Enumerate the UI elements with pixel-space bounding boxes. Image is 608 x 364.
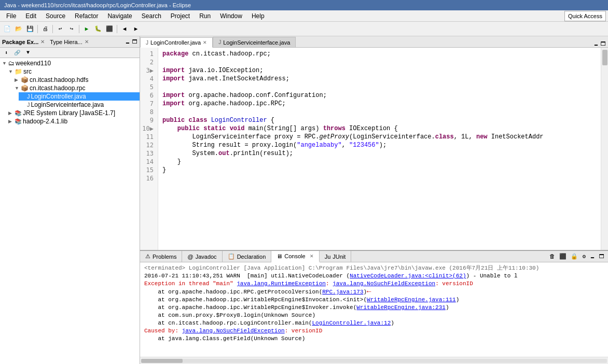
toolbar-redo[interactable]: ↪ [66, 24, 77, 34]
editor-scrollbar[interactable] [601, 48, 608, 250]
line-numbers: 1 2 3▶ 4 5 6 7 8 9 10▶ 11 12 13 14 15 16 [140, 48, 158, 250]
tab-declaration[interactable]: 📋 Declaration [223, 251, 272, 262]
tree-label-login-controller: LoginController.java [31, 93, 86, 100]
toolbar-debug[interactable]: 🐛 [93, 24, 103, 34]
menu-run[interactable]: Run [195, 11, 215, 21]
toolbar-sep1 [37, 25, 38, 33]
console-scrollbar-thumb[interactable] [141, 359, 183, 363]
link-writable-231[interactable]: WritableRpcEngine.java:231 [356, 304, 446, 311]
console-tab-close[interactable]: ✕ [310, 254, 314, 259]
tab-console[interactable]: 🖥 Console ✕ [271, 251, 319, 262]
tab-junit[interactable]: Ju JUnit [320, 251, 352, 262]
clear-console-btn[interactable]: 🗑 [548, 253, 557, 260]
toolbar-print[interactable]: 🖨 [40, 24, 50, 34]
ln2: 2 [140, 58, 156, 66]
bottom-minimize[interactable]: 🗕 [588, 253, 597, 260]
console-icon: 🖥 [277, 253, 282, 259]
code-line-10: public static void main(String[] args) t… [162, 124, 597, 133]
minimize-left[interactable]: 🗕 [125, 39, 130, 45]
src-icon: 📁 [15, 68, 22, 75]
type-hierarchy-close[interactable]: ✕ [85, 39, 89, 45]
java-interface-icon: J [27, 102, 30, 108]
menu-navigate[interactable]: Navigate [103, 11, 136, 21]
tab-javadoc[interactable]: @ Javadoc [182, 251, 222, 262]
toolbar-save[interactable]: 💾 [25, 24, 35, 34]
quick-access-box[interactable]: Quick Access [564, 11, 606, 21]
toolbar-run[interactable]: ▶ [81, 24, 92, 34]
javadoc-icon: @ [187, 254, 193, 260]
menu-search[interactable]: Search [137, 11, 165, 21]
expand-rpc: ▼ [15, 86, 20, 91]
bottom-maximize[interactable]: 🗖 [598, 253, 606, 260]
toolbar-new[interactable]: 📄 [2, 24, 12, 34]
tab-label-login-controller: LoginController.java [150, 39, 201, 46]
scrollbar-thumb[interactable] [602, 50, 607, 65]
editor-minimize[interactable]: 🗕 [593, 41, 599, 47]
collapse-all[interactable]: ⬇ [1, 48, 11, 58]
stop-btn[interactable]: ⬛ [558, 253, 568, 260]
console-settings-btn[interactable]: ⚙ [581, 253, 587, 260]
tab-login-controller[interactable]: J LoginController.java ✕ [140, 37, 213, 48]
view-menu[interactable]: ▼ [23, 48, 33, 58]
ln6: 6 [140, 91, 156, 100]
menu-project[interactable]: Project [167, 11, 194, 21]
link-writable-111[interactable]: WritableRpcEngine.java:111 [367, 297, 456, 303]
console-at-2: at org.apache.hadoop.ipc.WritableRpcEngi… [144, 296, 604, 304]
console-at-4: at com.sun.proxy.$Proxy8.login(Unknown S… [144, 312, 604, 319]
menu-help[interactable]: Help [247, 11, 269, 21]
link-with-editor[interactable]: 🔗 [12, 48, 22, 58]
package-tree: ▼ 🗂 weekend110 ▼ 📁 src ▶ 📦 cn.itcast.had… [0, 58, 140, 364]
tree-item-src[interactable]: ▼ 📁 src [6, 67, 140, 76]
menu-file[interactable]: File [2, 11, 20, 21]
code-line-1: package cn.itcast.hadoop.rpc; [162, 50, 597, 58]
link-native-code-loader[interactable]: NativeCodeLoader.java:<clinit>(62) [350, 273, 466, 279]
link-rpc-173[interactable]: RPC.java:173 [322, 289, 363, 295]
toolbar-stop[interactable]: ⬛ [104, 24, 115, 34]
tree-label-src: src [23, 68, 32, 75]
code-editor[interactable]: package cn.itcast.hadoop.rpc; import jav… [158, 48, 601, 250]
link-runtime-exception[interactable]: java.lang.RuntimeException [237, 281, 326, 287]
ln13: 13 [140, 149, 156, 158]
link-no-such-field-2[interactable]: java.lang.NoSuchFieldException [182, 328, 285, 334]
tab-close-login-ctrl[interactable]: ✕ [203, 40, 207, 45]
menu-edit[interactable]: Edit [21, 11, 40, 21]
link-no-such-field[interactable]: java.lang.NoSuchFieldException [333, 281, 435, 287]
tree-item-login-service[interactable]: J LoginServiceinterface.java [19, 101, 140, 109]
editor-area: 1 2 3▶ 4 5 6 7 8 9 10▶ 11 12 13 14 15 16… [140, 48, 608, 250]
console-caused-by: Caused by: java.lang.NoSuchFieldExceptio… [144, 327, 604, 335]
tree-item-login-controller[interactable]: J LoginController.java [19, 92, 140, 101]
link-login-controller-12[interactable]: LoginController.java:12 [312, 320, 391, 326]
menu-refactor[interactable]: Refactor [71, 11, 102, 21]
scroll-lock-btn[interactable]: 🔒 [569, 253, 579, 260]
tree-item-jre[interactable]: ▶ 📚 JRE System Library [JavaSE-1.7] [6, 109, 140, 117]
code-line-14: } [162, 158, 597, 166]
title-bar: Java - weekend110/src/cn/itcast/hadoop/r… [0, 0, 608, 10]
type-hierarchy-tab[interactable]: Type Hiera... [50, 39, 82, 45]
toolbar-undo[interactable]: ↩ [55, 24, 65, 34]
tree-item-rpc[interactable]: ▼ 📦 cn.itcast.hadoop.rpc [12, 84, 140, 92]
code-line-16 [162, 174, 597, 183]
tree-item-hadoop-lib[interactable]: ▶ 📚 hadoop-2.4.1.lib [6, 117, 140, 125]
maximize-left[interactable]: 🗖 [132, 39, 137, 45]
editor-maximize[interactable]: 🗖 [601, 41, 606, 47]
menu-window[interactable]: Window [216, 11, 246, 21]
toolbar-back[interactable]: ◀ [119, 24, 130, 34]
toolbar-open[interactable]: 📂 [13, 24, 24, 34]
console-at-1: at org.apache.hadoop.ipc.RPC.getProtocol… [144, 288, 604, 296]
jre-icon: 📚 [15, 110, 22, 117]
tree-item-weekend110[interactable]: ▼ 🗂 weekend110 [0, 59, 140, 67]
menu-source[interactable]: Source [42, 11, 70, 21]
package-explorer-close[interactable]: ✕ [40, 39, 45, 45]
expand-hdfs: ▶ [15, 77, 20, 82]
tab-problems[interactable]: ⚠ Problems [140, 251, 182, 262]
console-scrollbar[interactable] [140, 357, 608, 364]
package-explorer-tab[interactable]: Package Ex... [2, 39, 38, 45]
toolbar-forward[interactable]: ▶ [131, 24, 141, 34]
ln10: 10▶ [140, 124, 156, 133]
expand-hadoop-lib: ▶ [8, 119, 13, 124]
left-panel-toolbar: ⬇ 🔗 ▼ [0, 48, 140, 58]
title-text: Java - weekend110/src/cn/itcast/hadoop/r… [4, 2, 191, 8]
tree-item-hdfs[interactable]: ▶ 📦 cn.itcast.hadoop.hdfs [12, 76, 140, 84]
tab-login-service[interactable]: J LoginServiceinterface.java [213, 37, 296, 47]
code-line-5 [162, 83, 597, 91]
